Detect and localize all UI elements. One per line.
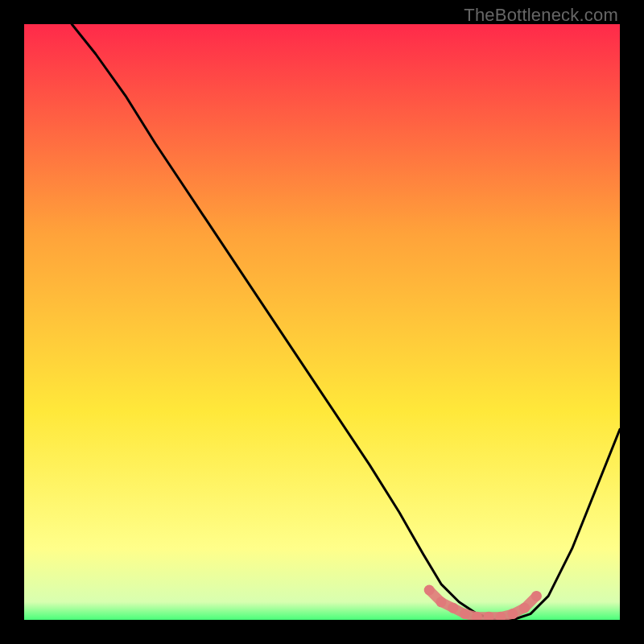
optimal-band-dot [519, 603, 530, 613]
optimal-band-dot [436, 597, 447, 607]
optimal-band-dot [507, 609, 518, 619]
gradient-background [24, 24, 620, 620]
plot-area [24, 24, 620, 620]
optimal-band-dot [448, 603, 458, 613]
optimal-band-dot [531, 591, 542, 601]
watermark-text: TheBottleneck.com [464, 5, 618, 26]
chart-canvas [24, 24, 620, 620]
optimal-band-dot [424, 585, 435, 596]
chart-frame: TheBottleneck.com [0, 0, 644, 644]
optimal-band-dot [460, 609, 470, 619]
